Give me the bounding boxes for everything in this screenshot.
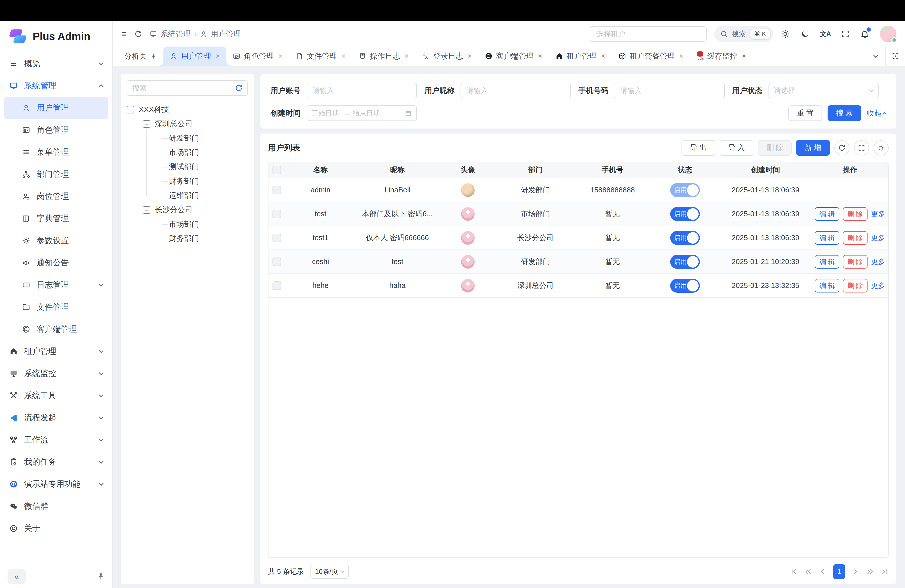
collapse-filter-link[interactable]: 收起 [867, 108, 886, 118]
column-header[interactable]: 状态 [651, 165, 719, 175]
column-header[interactable]: 头像 [439, 165, 497, 175]
batch-delete-button[interactable]: 删 除 [758, 140, 792, 156]
sidebar-item-system-monitor[interactable]: 系统监控 [4, 362, 108, 385]
status-select[interactable]: 请选择 [768, 83, 879, 99]
close-icon[interactable]: × [742, 52, 746, 60]
sidebar-item-system-tools[interactable]: 系统工具 [4, 385, 108, 407]
sidebar-item-menu-mgmt[interactable]: 菜单管理 [4, 141, 108, 163]
edit-button[interactable]: 编 辑 [815, 279, 839, 292]
tab-cache-monitor[interactable]: redis 缓存监控× [690, 46, 753, 66]
tab-role-mgmt[interactable]: 角色管理× [226, 46, 289, 66]
close-icon[interactable]: × [468, 52, 472, 60]
row-checkbox[interactable] [273, 186, 281, 194]
column-header[interactable]: 昵称 [356, 165, 439, 175]
sidebar-item-param-settings[interactable]: 参数设置 [4, 230, 108, 252]
breadcrumb-item[interactable]: 系统管理 [160, 29, 191, 39]
row-checkbox[interactable] [273, 234, 281, 242]
close-icon[interactable]: × [405, 52, 408, 60]
delete-button[interactable]: 删 除 [843, 279, 867, 292]
sidebar-item-user-mgmt[interactable]: 用户管理 [4, 97, 108, 119]
sidebar-item-role-mgmt[interactable]: 角色管理 [4, 119, 108, 141]
tree-search-input[interactable] [127, 81, 230, 95]
tree-node[interactable]: 市场部门 [127, 217, 248, 231]
table-refresh-button[interactable] [834, 140, 849, 156]
sidebar-item-post-mgmt[interactable]: 岗位管理 [4, 185, 108, 208]
tree-refresh-button[interactable] [230, 81, 248, 95]
more-link[interactable]: 更多 [871, 257, 885, 267]
page-size-select[interactable]: 10条/页 [310, 565, 349, 579]
sidebar-item-system-mgmt[interactable]: 系统管理 [4, 75, 108, 97]
prev-page-icon[interactable] [819, 567, 827, 576]
row-checkbox[interactable] [273, 257, 281, 266]
status-toggle[interactable]: 启用 [670, 207, 700, 221]
edit-button[interactable]: 编 辑 [815, 207, 839, 221]
pin-icon[interactable] [150, 53, 157, 59]
table-settings-button[interactable] [873, 140, 889, 156]
refresh-icon[interactable] [134, 30, 142, 38]
tree-node[interactable]: 长沙分公司 [127, 203, 248, 217]
pin-icon[interactable] [97, 572, 105, 580]
sidebar-item-dict-mgmt[interactable]: 字典管理 [4, 208, 108, 230]
row-checkbox[interactable] [273, 281, 281, 290]
sidebar-collapse-button[interactable]: « [8, 569, 25, 584]
collapse-icon[interactable] [143, 120, 150, 128]
tree-node[interactable]: 研发部门 [127, 131, 248, 145]
close-icon[interactable]: × [538, 52, 542, 60]
close-icon[interactable]: × [341, 52, 346, 60]
sidebar-item-demo-features[interactable]: 演示站专用功能 [4, 473, 108, 495]
date-range-picker[interactable]: 开始日期 → 结束日期 [307, 105, 417, 121]
fullscreen-icon[interactable] [841, 30, 850, 38]
tree-node[interactable]: 财务部门 [127, 231, 248, 246]
tab-operation-log[interactable]: 操作日志× [352, 46, 415, 66]
global-search-button[interactable]: 搜索 ⌘ K [714, 26, 773, 42]
status-toggle[interactable]: 启用 [670, 255, 700, 269]
dark-mode-moon-icon[interactable] [800, 29, 810, 38]
tab-tenant-package-mgmt[interactable]: 租户套餐管理× [612, 46, 690, 66]
tree-node[interactable]: 测试部门 [127, 160, 248, 174]
import-button[interactable]: 导 入 [720, 140, 753, 156]
tree-node[interactable]: 市场部门 [127, 145, 248, 160]
delete-button[interactable]: 删 除 [843, 255, 867, 269]
collapse-icon[interactable] [127, 106, 134, 113]
search-button[interactable]: 搜 索 [827, 105, 861, 121]
delete-button[interactable]: 删 除 [843, 207, 867, 221]
sidebar-item-wechat-group[interactable]: 微信群 [4, 495, 108, 517]
delete-button[interactable]: 删 除 [843, 231, 867, 245]
sidebar-item-dept-mgmt[interactable]: 部门管理 [4, 163, 108, 185]
sidebar-item-overview[interactable]: 概览 [4, 52, 108, 75]
select-all-checkbox[interactable] [273, 166, 281, 174]
export-button[interactable]: 导 出 [681, 140, 715, 156]
close-icon[interactable]: × [601, 52, 605, 60]
notifications-bell-icon[interactable] [860, 29, 869, 38]
tab-analysis[interactable]: 分析页 [117, 46, 164, 66]
status-toggle[interactable]: 启用 [670, 183, 700, 197]
tabs-dropdown-icon[interactable] [866, 46, 885, 66]
column-header[interactable]: 名称 [285, 165, 356, 175]
tab-login-log[interactable]: 登录日志× [415, 46, 478, 66]
tab-user-mgmt[interactable]: 用户管理× [164, 46, 226, 66]
settings-gear-icon[interactable] [781, 29, 790, 38]
nickname-input[interactable] [460, 83, 571, 99]
sidebar-item-log-mgmt[interactable]: 日志管理 [4, 274, 108, 296]
account-input[interactable] [307, 83, 417, 99]
tab-tenant-mgmt[interactable]: 租户管理× [549, 46, 612, 66]
content-fullscreen-icon[interactable] [885, 46, 905, 66]
tree-node[interactable]: 运维部门 [127, 188, 248, 203]
more-link[interactable]: 更多 [871, 209, 885, 219]
column-header[interactable]: 部门 [497, 165, 574, 175]
more-link[interactable]: 更多 [871, 281, 885, 291]
close-icon[interactable]: × [279, 52, 283, 60]
sidebar-item-client-mgmt[interactable]: 客户端管理 [4, 318, 108, 340]
tenant-select-input[interactable] [590, 26, 707, 42]
tree-node[interactable]: 财务部门 [127, 174, 248, 188]
add-button[interactable]: 新 增 [796, 140, 830, 156]
current-page-button[interactable]: 1 [834, 564, 845, 579]
phone-input[interactable] [614, 83, 725, 99]
last-page-icon[interactable] [880, 567, 889, 576]
sidebar-item-workflow[interactable]: 工作流 [4, 429, 108, 451]
tab-file-mgmt[interactable]: 文件管理× [289, 46, 352, 66]
collapse-icon[interactable] [143, 206, 150, 214]
translate-icon[interactable]: 文A [820, 29, 831, 38]
column-header[interactable]: 操作 [812, 165, 888, 175]
close-icon[interactable]: × [216, 52, 220, 60]
